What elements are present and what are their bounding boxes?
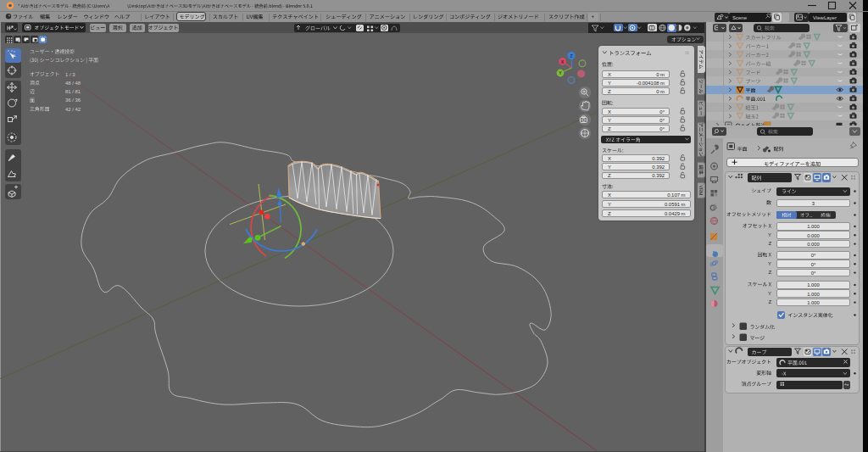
svg-text:1.000: 1.000 — [807, 224, 820, 229]
svg-text:Z: Z — [608, 126, 611, 131]
svg-text:0 m: 0 m — [656, 72, 665, 77]
svg-text:ViewLayer: ViewLayer — [813, 15, 837, 20]
svg-text:0.392: 0.392 — [652, 156, 665, 161]
svg-text:Y: Y — [768, 261, 771, 266]
svg-text:36 / 36: 36 / 36 — [65, 98, 81, 103]
svg-text:0.107 m: 0.107 m — [667, 193, 685, 198]
svg-text:Z: Z — [608, 173, 611, 178]
svg-text:81 / 81: 81 / 81 — [65, 89, 81, 94]
svg-text:0.392: 0.392 — [652, 173, 665, 178]
svg-text:X: X — [561, 59, 565, 64]
svg-text:X: X — [608, 156, 611, 161]
svg-text:42 / 42: 42 / 42 — [65, 107, 81, 112]
svg-text:0°: 0° — [811, 253, 816, 258]
svg-text:3: 3 — [812, 201, 815, 206]
svg-text:Scene: Scene — [732, 15, 748, 20]
svg-text:Y: Y — [608, 118, 611, 123]
svg-text:Z: Z — [768, 241, 771, 246]
svg-text:Z: Z — [768, 299, 771, 304]
svg-text:Z: Z — [608, 211, 611, 216]
svg-text:1.000: 1.000 — [807, 300, 820, 305]
svg-text:Y: Y — [608, 165, 611, 170]
svg-text:0°: 0° — [659, 109, 665, 114]
svg-text:1.000: 1.000 — [807, 282, 820, 287]
svg-text:Y: Y — [608, 202, 611, 207]
svg-text:1.000: 1.000 — [807, 292, 820, 297]
svg-text:0°: 0° — [659, 118, 665, 123]
svg-text:Y: Y — [768, 232, 771, 237]
svg-text:0.000: 0.000 — [807, 242, 820, 247]
svg-text:1 / 3: 1 / 3 — [65, 72, 75, 77]
svg-text:0.0429 m: 0.0429 m — [665, 211, 686, 216]
svg-text:0 m: 0 m — [656, 89, 665, 94]
svg-text:48 / 48: 48 / 48 — [65, 81, 81, 86]
svg-text:X: X — [608, 72, 611, 77]
svg-text:0°: 0° — [811, 271, 816, 276]
svg-text:-0.004108 m: -0.004108 m — [637, 81, 665, 86]
svg-text:0°: 0° — [659, 126, 665, 131]
svg-text:Y: Y — [559, 70, 562, 75]
svg-text:0.000: 0.000 — [807, 233, 820, 238]
svg-text:0°: 0° — [811, 262, 816, 267]
svg-text:Y: Y — [608, 81, 611, 86]
svg-text:0.392: 0.392 — [652, 165, 665, 170]
svg-text:VRM: VRM — [698, 186, 704, 196]
svg-text:Z: Z — [608, 89, 611, 94]
svg-text:Z: Z — [768, 270, 771, 275]
svg-text:X: X — [608, 109, 611, 114]
svg-text:X: X — [608, 193, 611, 198]
svg-text:Y: Y — [768, 291, 771, 296]
svg-text:0.0591 m: 0.0591 m — [665, 202, 686, 207]
